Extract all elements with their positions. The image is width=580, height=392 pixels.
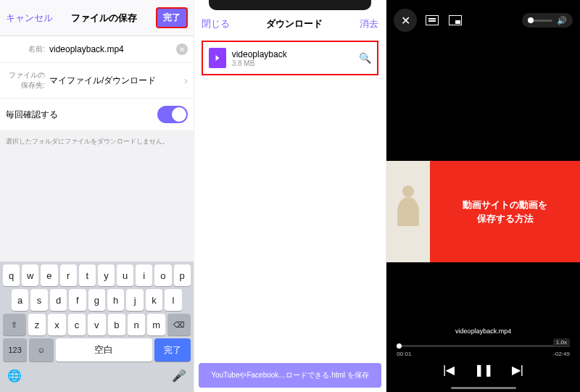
key-l[interactable]: l [165,289,181,311]
keyboard-row-3: ⇧ zxcvbnm⌫ [3,314,191,335]
key-i[interactable]: i [136,264,152,286]
spacer [194,75,386,359]
progress-track[interactable] [397,345,570,347]
sheet-grabber[interactable] [209,0,372,10]
video-frame[interactable]: 動画サイトの動画を 保存する方法 [386,161,580,262]
delete-key[interactable]: ⌫ [167,314,191,335]
key-x[interactable]: x [48,314,65,335]
key-k[interactable]: k [146,289,162,311]
home-indicator[interactable] [451,387,516,389]
transport-controls: ▶| ❚❚ ▶| [397,363,570,377]
key-j[interactable]: j [126,289,143,311]
download-item[interactable]: videoplayback 3.8 MB 🔍 [202,41,379,75]
volume-control[interactable]: 🔊 [522,13,573,28]
destination-label: ファイルの保存先: [6,70,49,91]
download-item-info: videoplayback 3.8 MB [232,49,354,67]
shift-key[interactable]: ⇧ [3,314,26,335]
key-z[interactable]: z [28,314,46,335]
close-player-button[interactable]: ✕ [394,9,417,32]
key-a[interactable]: a [12,289,28,311]
space-key[interactable]: 空白 [56,338,152,362]
video-area-top [386,41,580,161]
time-remaining: -02:49 [553,351,570,357]
key-d[interactable]: d [50,289,67,311]
save-file-note: 選択したフォルダにファイルをダウンロードしません。 [0,131,194,152]
volume-track[interactable] [528,20,552,22]
key-r[interactable]: r [60,264,77,286]
mic-key[interactable]: 🎤 [167,364,191,386]
downloads-header: 閉じる ダウンロード 消去 [194,10,386,38]
progress-bar[interactable]: 1.0x [397,342,570,349]
key-e[interactable]: e [41,264,57,286]
playback-speed[interactable]: 1.0x [553,338,570,346]
time-current: 00:01 [397,351,411,357]
key-f[interactable]: f [69,289,86,311]
next-track-button[interactable]: ▶| [512,363,523,377]
reveal-file-icon[interactable]: 🔍 [359,52,371,64]
key-u[interactable]: u [117,264,133,286]
chevron-right-icon: › [184,75,188,86]
key-v[interactable]: v [88,314,105,335]
keyboard: qwertyuiop asdfghjkl ⇧ zxcvbnm⌫ 123 ☺ 空白… [0,262,194,392]
clear-button[interactable]: 消去 [360,17,378,30]
cancel-button[interactable]: キャンセル [6,12,53,25]
downloads-screen: 閉じる ダウンロード 消去 videoplayback 3.8 MB 🔍 You… [194,0,387,392]
key-c[interactable]: c [68,314,86,335]
globe-key[interactable]: 🌐 [3,364,26,386]
pip-icon[interactable] [447,12,463,28]
player-top-bar: ✕ 🔊 [386,0,580,41]
save-file-header: キャンセル ファイルの保存 完了 [0,0,194,36]
numbers-key[interactable]: 123 [3,338,27,362]
keyboard-done-key[interactable]: 完了 [154,338,191,362]
key-o[interactable]: o [154,264,171,286]
close-button[interactable]: 閉じる [202,17,230,30]
confirm-each-time-row: 毎回確認する [0,99,194,131]
key-t[interactable]: t [79,264,96,286]
previous-track-button[interactable]: ▶| [443,363,455,377]
spacer [0,152,194,262]
keyboard-spacer [28,364,166,386]
video-frame-title-text: 動画サイトの動画を 保存する方法 [463,198,547,226]
video-frame-person [386,161,430,262]
person-icon [397,197,419,226]
subtitles-icon[interactable] [424,12,440,28]
pause-button[interactable]: ❚❚ [474,363,493,377]
filename-row[interactable]: 名前: videoplayback.mp4 ✕ [0,36,194,63]
keyboard-system-row: 🌐 🎤 [3,364,191,386]
key-b[interactable]: b [108,314,125,335]
video-filename: videoplayback.mp4 [386,328,580,335]
player-top-left: ✕ [394,9,463,32]
key-p[interactable]: p [174,264,191,286]
emoji-key[interactable]: ☺ [29,338,53,362]
key-y[interactable]: y [98,264,115,286]
key-h[interactable]: h [107,289,124,311]
key-w[interactable]: w [22,264,38,286]
time-labels: 00:01 -02:49 [397,351,570,357]
save-html-banner[interactable]: YouTubeやFacebook…ロードできる.html を保存 [199,363,382,388]
confirm-toggle[interactable] [157,106,188,123]
confirm-label: 毎回確認する [6,109,157,121]
video-area-bottom [386,262,580,328]
save-file-title: ファイルの保存 [71,12,137,25]
download-item-size: 3.8 MB [232,59,354,67]
key-g[interactable]: g [88,289,105,311]
download-item-name: videoplayback [232,49,354,59]
clear-text-icon[interactable]: ✕ [176,43,188,55]
destination-row[interactable]: ファイルの保存先: マイファイル/ダウンロード › [0,63,194,99]
destination-value: マイファイル/ダウンロード [49,75,184,87]
keyboard-row-1: qwertyuiop [3,264,191,286]
done-button[interactable]: 完了 [156,7,188,28]
save-file-screen: キャンセル ファイルの保存 完了 名前: videoplayback.mp4 ✕… [0,0,194,392]
downloads-title: ダウンロード [266,17,323,30]
speaker-icon: 🔊 [557,16,567,25]
key-m[interactable]: m [147,314,165,335]
key-n[interactable]: n [128,314,145,335]
video-file-icon [209,48,226,68]
video-player-screen: ✕ 🔊 動画サイトの動画を 保存する方法 videoplayback.mp4 1… [386,0,580,392]
filename-label: 名前: [6,44,49,54]
key-q[interactable]: q [3,264,20,286]
keyboard-row-bottom: 123 ☺ 空白 完了 [3,338,191,362]
key-s[interactable]: s [30,289,47,311]
filename-value[interactable]: videoplayback.mp4 [49,44,176,54]
keyboard-row-2: asdfghjkl [3,289,191,311]
